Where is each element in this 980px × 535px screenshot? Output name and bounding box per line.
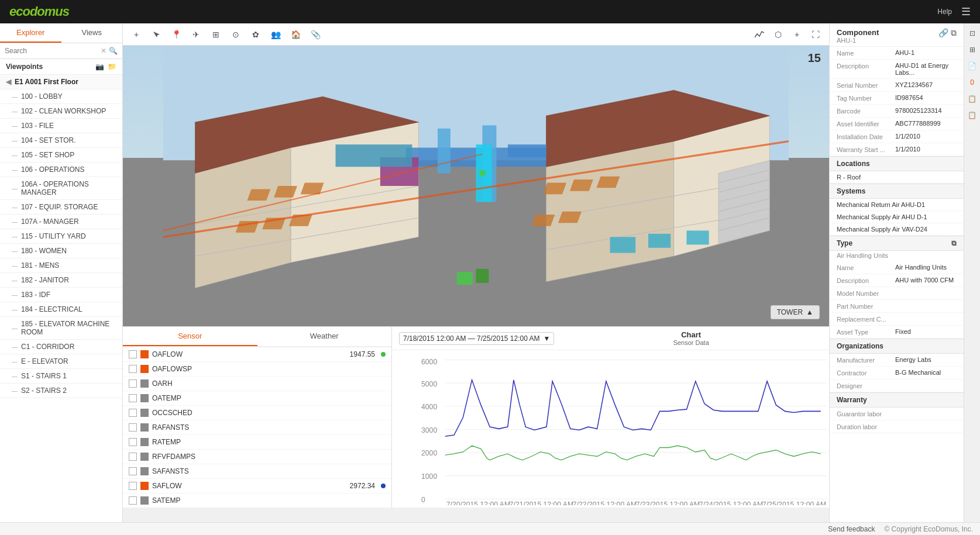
sensor-name: RFVFDAMPS: [152, 453, 386, 461]
layers-button[interactable]: ⬡: [771, 27, 786, 42]
sensor-checkbox[interactable]: [129, 365, 137, 373]
sensor-name: OAFLOWSP: [152, 365, 380, 373]
sensor-checkbox[interactable]: [129, 394, 137, 402]
svg-rect-24: [438, 129, 451, 173]
help-label[interactable]: Help: [937, 8, 952, 16]
attach-tool-button[interactable]: 📎: [308, 27, 323, 42]
list-item[interactable]: — C1 - CORRIDOR: [0, 340, 122, 354]
list-item[interactable]: — E - ELEVATOR: [0, 354, 122, 369]
tower-badge[interactable]: TOWER ▲: [771, 305, 820, 319]
menu-icon[interactable]: ☰: [961, 5, 971, 18]
list-item[interactable]: — 183 - IDF: [0, 288, 122, 302]
list-item[interactable]: — 184 - ELECTRICAL: [0, 302, 122, 317]
component-panel-header: Component AHU-1 🔗 ⧉: [830, 23, 964, 47]
tab-explorer[interactable]: Explorer: [0, 23, 61, 43]
viewpoint-item-label: S1 - STAIRS 1: [21, 372, 67, 380]
list-item[interactable]: — 181 - MENS: [0, 258, 122, 273]
strip-icon-5[interactable]: 📋: [966, 92, 979, 105]
plus-button[interactable]: +: [789, 27, 804, 42]
tab-views[interactable]: Views: [61, 23, 123, 43]
section-tool-button[interactable]: ⊞: [208, 27, 223, 42]
viewpoint-main[interactable]: ◀ E1 A001 First Floor: [0, 75, 122, 89]
compass-tool-button[interactable]: ✿: [248, 27, 263, 42]
sensor-name: RATEMP: [152, 438, 386, 446]
sensor-name: OATEMP: [152, 394, 386, 402]
type-field-row: Asset Type Fixed: [830, 326, 964, 339]
component-title: Component: [837, 28, 879, 37]
fly-tool-button[interactable]: ✈: [188, 27, 204, 42]
location-value: R - Roof: [837, 174, 957, 181]
sensor-checkbox[interactable]: [129, 423, 137, 432]
strip-icon-2[interactable]: ⊞: [966, 43, 979, 56]
list-item[interactable]: — 107A - MANAGER: [0, 215, 122, 229]
strip-icon-6[interactable]: 📋: [966, 109, 979, 122]
chart-icon-button[interactable]: [752, 27, 767, 42]
field-label: Contractor: [837, 369, 895, 377]
locations-label: Locations: [837, 160, 870, 168]
viewpoints-list: ◀ E1 A001 First Floor — 100 - LOBBY — 10…: [0, 75, 122, 522]
home-tool-button[interactable]: 🏠: [288, 27, 303, 42]
feedback-button[interactable]: Send feedback: [828, 525, 875, 533]
sensor-tabs: Sensor Weather: [123, 327, 391, 347]
3d-viewport[interactable]: 15 TOWER ▲: [123, 46, 829, 326]
viewpoint-item-label: 102 - CLEAN WORKSHOP: [21, 107, 106, 115]
sensor-checkbox[interactable]: [129, 496, 137, 505]
list-item[interactable]: — 105 - SET SHOP: [0, 148, 122, 163]
strip-icon-3[interactable]: 📄: [966, 60, 979, 73]
search-icon[interactable]: 🔍: [109, 47, 118, 55]
sensor-panel: Sensor Weather OAFLOW 1947.55: [123, 327, 392, 508]
viewpoint-item-label: 107A - MANAGER: [21, 218, 79, 226]
list-item[interactable]: — 106A - OPERATIONS MANAGER: [0, 177, 122, 200]
viewpoint-item-label: C1 - CORRIDOR: [21, 343, 74, 351]
cursor-tool-button[interactable]: [149, 27, 164, 42]
list-item[interactable]: — 104 - SET STOR.: [0, 133, 122, 148]
sensor-row: SAFANSTS: [123, 464, 391, 479]
list-item[interactable]: — 106 - OPERATIONS: [0, 163, 122, 177]
sensor-checkbox[interactable]: [129, 350, 137, 358]
sensor-checkbox[interactable]: [129, 438, 137, 446]
search-input[interactable]: [5, 47, 98, 55]
orbit-tool-button[interactable]: ⊙: [228, 27, 243, 42]
sensor-checkbox[interactable]: [129, 453, 137, 461]
list-item[interactable]: — 185 - ELEVATOR MACHINE ROOM: [0, 317, 122, 340]
svg-text:7/20/2015 12:00 AM: 7/20/2015 12:00 AM: [446, 501, 510, 505]
type-field-row: Part Number: [830, 300, 964, 313]
fullscreen-button[interactable]: ⛶: [808, 27, 823, 42]
list-item[interactable]: — 102 - CLEAN WORKSHOP: [0, 104, 122, 119]
list-item[interactable]: — S1 - STAIRS 1: [0, 369, 122, 384]
svg-point-35: [479, 170, 486, 177]
component-field-row: Warranty Start ... 1/1/2010: [830, 143, 964, 156]
list-item[interactable]: — 103 - FILE: [0, 119, 122, 133]
type-field-row: Model Number: [830, 287, 964, 300]
list-item[interactable]: — S2 - STAIRS 2: [0, 384, 122, 398]
component-fields: Name AHU-1 Description AHU-D1 at Energy …: [830, 47, 964, 156]
list-item[interactable]: — 107 - EQUIP. STORAGE: [0, 200, 122, 215]
sensor-color: [140, 482, 149, 490]
tab-weather[interactable]: Weather: [257, 327, 392, 346]
sensor-checkbox[interactable]: [129, 482, 137, 490]
pin-tool-button[interactable]: 📍: [169, 27, 184, 42]
close-icon[interactable]: ✕: [101, 47, 106, 55]
chart-header: 7/18/2015 12:00 AM — 7/25/2015 12:00 AM …: [392, 327, 829, 350]
sensor-checkbox[interactable]: [129, 409, 137, 417]
add-tool-button[interactable]: +: [129, 27, 144, 42]
strip-icon-1[interactable]: ⊡: [966, 27, 979, 40]
camera-icon[interactable]: 📷: [95, 63, 104, 71]
list-item[interactable]: — 180 - WOMEN: [0, 244, 122, 258]
list-item[interactable]: — 100 - LOBBY: [0, 89, 122, 104]
folder-icon[interactable]: 📁: [108, 63, 116, 71]
date-range-selector[interactable]: 7/18/2015 12:00 AM — 7/25/2015 12:00 AM …: [399, 332, 554, 345]
sensor-checkbox[interactable]: [129, 379, 137, 388]
svg-text:3000: 3000: [421, 426, 437, 434]
list-item[interactable]: — 115 - UTILITY YARD: [0, 229, 122, 244]
link-icon[interactable]: 🔗: [938, 28, 948, 38]
people-tool-button[interactable]: 👥: [268, 27, 283, 42]
sensor-checkbox[interactable]: [129, 467, 137, 475]
list-item[interactable]: — 182 - JANITOR: [0, 273, 122, 288]
copy-icon[interactable]: ⧉: [951, 28, 957, 38]
strip-icon-4[interactable]: 0: [966, 76, 979, 89]
tab-sensor[interactable]: Sensor: [123, 327, 257, 346]
field-value: Air Handling Units: [895, 264, 957, 271]
type-copy-icon[interactable]: ⧉: [951, 239, 957, 247]
sensor-row: OAFLOWSP: [123, 362, 391, 377]
